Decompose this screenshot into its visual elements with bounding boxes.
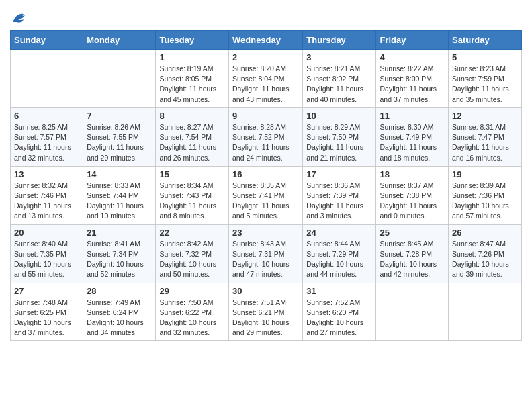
day-number: 27 [14, 286, 79, 296]
calendar-cell: 7Sunrise: 8:26 AMSunset: 7:55 PMDaylight… [83, 107, 156, 166]
day-number: 23 [232, 228, 299, 238]
day-number: 14 [87, 169, 152, 179]
day-number: 5 [452, 52, 518, 62]
calendar-cell: 12Sunrise: 8:31 AMSunset: 7:47 PMDayligh… [449, 107, 522, 166]
day-info: Sunrise: 8:41 AMSunset: 7:34 PMDaylight:… [87, 239, 152, 280]
calendar-cell: 21Sunrise: 8:41 AMSunset: 7:34 PMDayligh… [83, 224, 156, 283]
calendar-cell: 24Sunrise: 8:44 AMSunset: 7:29 PMDayligh… [303, 224, 376, 283]
calendar-header-monday: Monday [83, 31, 156, 50]
day-info: Sunrise: 8:37 AMSunset: 7:38 PMDaylight:… [380, 181, 445, 222]
header [10, 7, 522, 25]
day-number: 24 [306, 228, 372, 238]
calendar-cell: 27Sunrise: 7:48 AMSunset: 6:25 PMDayligh… [11, 283, 83, 341]
page: SundayMondayTuesdayWednesdayThursdayFrid… [0, 0, 532, 351]
day-info: Sunrise: 8:44 AMSunset: 7:29 PMDaylight:… [306, 239, 372, 280]
day-info: Sunrise: 7:48 AMSunset: 6:25 PMDaylight:… [14, 298, 79, 338]
day-number: 29 [159, 286, 225, 296]
day-number: 25 [380, 228, 445, 238]
calendar-header-row: SundayMondayTuesdayWednesdayThursdayFrid… [11, 31, 522, 50]
day-info: Sunrise: 8:27 AMSunset: 7:54 PMDaylight:… [159, 122, 225, 163]
calendar-cell: 20Sunrise: 8:40 AMSunset: 7:35 PMDayligh… [11, 224, 83, 283]
day-info: Sunrise: 8:31 AMSunset: 7:47 PMDaylight:… [452, 122, 518, 163]
calendar-cell [449, 283, 522, 341]
calendar-cell: 15Sunrise: 8:34 AMSunset: 7:43 PMDayligh… [156, 166, 229, 224]
calendar-cell [376, 283, 449, 341]
day-info: Sunrise: 8:25 AMSunset: 7:57 PMDaylight:… [14, 122, 79, 163]
calendar-cell: 5Sunrise: 8:23 AMSunset: 7:59 PMDaylight… [449, 50, 522, 108]
calendar-cell [11, 50, 83, 108]
day-info: Sunrise: 7:51 AMSunset: 6:21 PMDaylight:… [232, 298, 299, 338]
calendar-header-thursday: Thursday [303, 31, 376, 50]
day-info: Sunrise: 7:49 AMSunset: 6:24 PMDaylight:… [87, 298, 152, 338]
day-info: Sunrise: 8:32 AMSunset: 7:46 PMDaylight:… [14, 181, 79, 222]
day-number: 28 [87, 286, 152, 296]
day-number: 20 [14, 228, 79, 238]
calendar-cell [83, 50, 156, 108]
day-number: 30 [232, 286, 299, 296]
calendar-cell: 3Sunrise: 8:21 AMSunset: 8:02 PMDaylight… [303, 50, 376, 108]
day-number: 13 [14, 169, 79, 179]
day-number: 18 [380, 169, 445, 179]
calendar-cell: 18Sunrise: 8:37 AMSunset: 7:38 PMDayligh… [376, 166, 449, 224]
calendar-cell: 17Sunrise: 8:36 AMSunset: 7:39 PMDayligh… [303, 166, 376, 224]
calendar-week-3: 13Sunrise: 8:32 AMSunset: 7:46 PMDayligh… [11, 166, 522, 224]
day-info: Sunrise: 8:29 AMSunset: 7:50 PMDaylight:… [306, 122, 372, 163]
day-info: Sunrise: 7:52 AMSunset: 6:20 PMDaylight:… [306, 298, 372, 338]
calendar-cell: 28Sunrise: 7:49 AMSunset: 6:24 PMDayligh… [83, 283, 156, 341]
calendar-cell: 1Sunrise: 8:19 AMSunset: 8:05 PMDaylight… [156, 50, 229, 108]
day-number: 26 [452, 228, 518, 238]
calendar-cell: 13Sunrise: 8:32 AMSunset: 7:46 PMDayligh… [11, 166, 83, 224]
calendar-header-friday: Friday [376, 31, 449, 50]
calendar-cell: 14Sunrise: 8:33 AMSunset: 7:44 PMDayligh… [83, 166, 156, 224]
day-info: Sunrise: 8:22 AMSunset: 8:00 PMDaylight:… [380, 64, 445, 105]
calendar-week-1: 1Sunrise: 8:19 AMSunset: 8:05 PMDaylight… [11, 50, 522, 108]
day-number: 15 [159, 169, 225, 179]
calendar-week-4: 20Sunrise: 8:40 AMSunset: 7:35 PMDayligh… [11, 224, 522, 283]
calendar-week-5: 27Sunrise: 7:48 AMSunset: 6:25 PMDayligh… [11, 283, 522, 341]
day-info: Sunrise: 8:28 AMSunset: 7:52 PMDaylight:… [232, 122, 299, 163]
day-number: 9 [232, 111, 299, 121]
day-info: Sunrise: 8:35 AMSunset: 7:41 PMDaylight:… [232, 181, 299, 222]
logo-text [10, 10, 30, 25]
logo-bird-icon [11, 10, 30, 25]
day-number: 6 [14, 111, 79, 121]
calendar-cell: 6Sunrise: 8:25 AMSunset: 7:57 PMDaylight… [11, 107, 83, 166]
calendar: SundayMondayTuesdayWednesdayThursdayFrid… [10, 30, 522, 341]
day-info: Sunrise: 8:40 AMSunset: 7:35 PMDaylight:… [14, 239, 79, 280]
logo [10, 10, 30, 25]
day-info: Sunrise: 8:21 AMSunset: 8:02 PMDaylight:… [306, 64, 372, 105]
calendar-cell: 23Sunrise: 8:43 AMSunset: 7:31 PMDayligh… [228, 224, 302, 283]
calendar-cell: 4Sunrise: 8:22 AMSunset: 8:00 PMDaylight… [376, 50, 449, 108]
day-number: 22 [159, 228, 225, 238]
day-info: Sunrise: 8:30 AMSunset: 7:49 PMDaylight:… [380, 122, 445, 163]
day-info: Sunrise: 8:23 AMSunset: 7:59 PMDaylight:… [452, 64, 518, 105]
day-number: 19 [452, 169, 518, 179]
day-info: Sunrise: 8:43 AMSunset: 7:31 PMDaylight:… [232, 239, 299, 280]
day-info: Sunrise: 8:19 AMSunset: 8:05 PMDaylight:… [159, 64, 225, 105]
calendar-cell: 10Sunrise: 8:29 AMSunset: 7:50 PMDayligh… [303, 107, 376, 166]
day-number: 16 [232, 169, 299, 179]
calendar-cell: 9Sunrise: 8:28 AMSunset: 7:52 PMDaylight… [228, 107, 302, 166]
day-number: 21 [87, 228, 152, 238]
calendar-header-tuesday: Tuesday [156, 31, 229, 50]
day-info: Sunrise: 8:26 AMSunset: 7:55 PMDaylight:… [87, 122, 152, 163]
calendar-cell: 19Sunrise: 8:39 AMSunset: 7:36 PMDayligh… [449, 166, 522, 224]
calendar-cell: 8Sunrise: 8:27 AMSunset: 7:54 PMDaylight… [156, 107, 229, 166]
day-number: 12 [452, 111, 518, 121]
calendar-cell: 26Sunrise: 8:47 AMSunset: 7:26 PMDayligh… [449, 224, 522, 283]
calendar-header-sunday: Sunday [11, 31, 83, 50]
day-number: 11 [380, 111, 445, 121]
day-info: Sunrise: 8:45 AMSunset: 7:28 PMDaylight:… [380, 239, 445, 280]
day-number: 4 [380, 52, 445, 62]
calendar-cell: 29Sunrise: 7:50 AMSunset: 6:22 PMDayligh… [156, 283, 229, 341]
day-info: Sunrise: 8:47 AMSunset: 7:26 PMDaylight:… [452, 239, 518, 280]
calendar-header-saturday: Saturday [449, 31, 522, 50]
day-number: 2 [232, 52, 299, 62]
day-info: Sunrise: 8:33 AMSunset: 7:44 PMDaylight:… [87, 181, 152, 222]
day-number: 7 [87, 111, 152, 121]
calendar-week-2: 6Sunrise: 8:25 AMSunset: 7:57 PMDaylight… [11, 107, 522, 166]
day-info: Sunrise: 7:50 AMSunset: 6:22 PMDaylight:… [159, 298, 225, 338]
calendar-cell: 16Sunrise: 8:35 AMSunset: 7:41 PMDayligh… [228, 166, 302, 224]
calendar-cell: 2Sunrise: 8:20 AMSunset: 8:04 PMDaylight… [228, 50, 302, 108]
calendar-cell: 25Sunrise: 8:45 AMSunset: 7:28 PMDayligh… [376, 224, 449, 283]
